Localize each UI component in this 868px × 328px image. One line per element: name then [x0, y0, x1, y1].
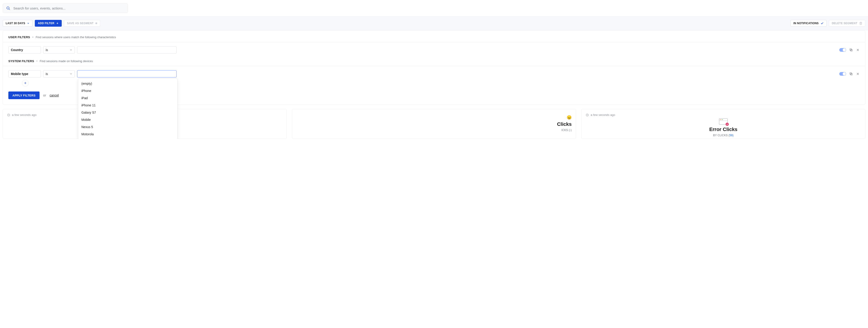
copy-icon[interactable]: [849, 72, 853, 76]
user-filters-desc: Find sessions where users match the foll…: [36, 35, 116, 39]
search-icon: [6, 6, 10, 10]
close-icon[interactable]: [856, 48, 860, 52]
delete-segment-label: DELETE SEGMENT: [832, 22, 857, 25]
card-title: Clicks: [557, 121, 572, 127]
filter-toggle[interactable]: [839, 48, 846, 52]
plus-icon: +: [24, 81, 27, 86]
copy-icon[interactable]: [849, 48, 853, 52]
save-segment-label: SAVE AS SEGMENT: [67, 22, 94, 25]
dropdown-item[interactable]: Nexus 5: [78, 123, 177, 131]
card-timestamp: a few seconds ago: [12, 113, 36, 117]
svg-point-0: [7, 7, 9, 9]
check-icon: [820, 22, 824, 25]
dropdown-item[interactable]: Motorola: [78, 131, 177, 138]
close-icon[interactable]: [856, 72, 860, 76]
filter-operator-select[interactable]: is: [43, 70, 75, 77]
card-timestamp: a few seconds ago: [591, 113, 615, 117]
in-notifications-label: IN NOTIFICATIONS: [794, 22, 819, 25]
search-input[interactable]: [13, 6, 125, 10]
chevron-down-icon: [70, 72, 72, 75]
system-filters-header: SYSTEM FILTERS • Find sessions made on f…: [8, 59, 860, 63]
dropdown-item[interactable]: (empty): [78, 80, 177, 87]
apply-filters-button[interactable]: APPLY FILTERS: [8, 92, 39, 99]
add-condition-button[interactable]: +: [22, 80, 29, 87]
system-filters-label: SYSTEM FILTERS: [8, 59, 34, 63]
plus-icon: [56, 22, 59, 25]
mobile-type-dropdown[interactable]: (empty)iPhoneiPadiPhone 11Galaxy S7Mobil…: [78, 78, 178, 139]
save-segment-button[interactable]: SAVE AS SEGMENT: [64, 20, 100, 27]
filters-panel: USER FILTERS • Find sessions where users…: [3, 30, 865, 105]
trash-icon: [859, 22, 862, 25]
cancel-link[interactable]: cancel: [50, 94, 59, 97]
filters-toolbar: LAST 30 DAYS ADD FILTER SAVE AS SEGMENT …: [0, 16, 868, 30]
chevron-down-icon: [27, 22, 30, 25]
user-filters-header: USER FILTERS • Find sessions where users…: [8, 35, 860, 39]
filter-row-country: Country is: [8, 46, 860, 54]
filter-value-input[interactable]: [77, 70, 177, 77]
date-range-button[interactable]: LAST 30 DAYS: [3, 20, 33, 27]
rage-emoji-icon: 😠: [567, 115, 572, 120]
filter-value-input[interactable]: [77, 46, 177, 54]
add-filter-label: ADD FILTER: [38, 22, 54, 25]
dropdown-item[interactable]: iPad: [78, 94, 177, 102]
delete-segment-button[interactable]: DELETE SEGMENT: [829, 20, 865, 27]
dropdown-item[interactable]: iPhone: [78, 87, 177, 94]
filter-operator-select[interactable]: is: [43, 46, 75, 54]
error-badge-icon: ✕: [725, 123, 729, 126]
date-range-label: LAST 30 DAYS: [6, 22, 25, 25]
clock-icon: [7, 113, 10, 117]
dropdown-item[interactable]: iPhone 11: [78, 102, 177, 109]
card-error-clicks[interactable]: a few seconds ago ✕ Error Clicks BY CLIC…: [581, 109, 865, 139]
card-subtitle: ICKS (-): [561, 129, 572, 132]
or-label: or: [43, 94, 46, 97]
chevron-down-icon: [70, 48, 72, 51]
card-title: Error Clicks: [709, 127, 738, 132]
filter-row-mobile-type: Mobile type is (empty)iPhoneiPadiPhone 1…: [8, 70, 860, 77]
filter-field[interactable]: Country: [8, 46, 41, 54]
filter-field[interactable]: Mobile type: [8, 70, 41, 77]
in-notifications-button[interactable]: IN NOTIFICATIONS: [790, 20, 827, 27]
dropdown-item[interactable]: Mobile: [78, 116, 177, 123]
user-filters-label: USER FILTERS: [8, 35, 30, 39]
clock-icon: [586, 113, 589, 117]
card-rage-clicks-partial[interactable]: 😠 Clicks ICKS (-): [292, 109, 576, 139]
dropdown-item[interactable]: Galaxy S7: [78, 109, 177, 116]
system-filters-desc: Find sessions made on following devices: [39, 59, 93, 63]
global-search[interactable]: [3, 3, 128, 13]
svg-line-1: [9, 9, 9, 9]
status-dot-icon: [95, 22, 97, 24]
filter-toggle[interactable]: [839, 72, 846, 76]
card-subtitle: BY CLICKS (59): [713, 134, 734, 137]
add-filter-button[interactable]: ADD FILTER: [35, 20, 62, 27]
window-icon: ✕: [719, 118, 727, 125]
